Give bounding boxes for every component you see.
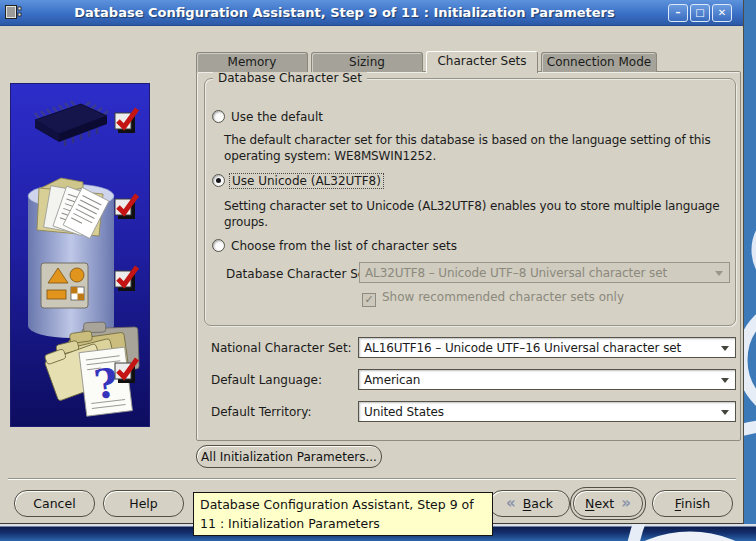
radio-use-default-label[interactable]: Use the default bbox=[231, 110, 323, 124]
window-title: Database Configuration Assistant, Step 9… bbox=[23, 5, 666, 20]
window-menu-icon[interactable] bbox=[3, 4, 23, 22]
show-recommended-label: Show recommended character sets only bbox=[382, 290, 624, 304]
tab-memory[interactable]: Memory bbox=[196, 52, 308, 72]
shapes-icon bbox=[41, 263, 88, 308]
dropdown-arrow-icon bbox=[721, 410, 729, 415]
default-territory-dropdown[interactable]: United States bbox=[358, 401, 736, 422]
checkmark-icon bbox=[115, 267, 137, 291]
back-button[interactable]: « Back bbox=[489, 490, 570, 517]
close-button[interactable]: ✕ bbox=[712, 4, 732, 22]
radio-use-default[interactable]: Use the default bbox=[212, 110, 323, 124]
db-charset-label: Database Character Set: bbox=[226, 267, 374, 281]
checkmark-icon bbox=[115, 195, 137, 219]
default-language-label: Default Language: bbox=[211, 373, 322, 387]
dbca-window: Database Configuration Assistant, Step 9… bbox=[0, 0, 744, 524]
database-character-set-group: Database Character Set Use the default T… bbox=[204, 78, 736, 326]
back-chevron-icon: « bbox=[506, 496, 516, 511]
tooltip: Database Configuration Assistant, Step 9… bbox=[193, 492, 493, 536]
db-charset-value: AL32UTF8 – Unicode UTF–8 Universal chara… bbox=[365, 266, 667, 280]
db-charset-dropdown: AL32UTF8 – Unicode UTF–8 Universal chara… bbox=[359, 262, 730, 283]
radio-icon-selected[interactable] bbox=[212, 174, 225, 187]
group-title: Database Character Set bbox=[213, 71, 367, 85]
default-territory-label: Default Territory: bbox=[211, 405, 312, 419]
use-unicode-description: Setting character set to Unicode (AL32UT… bbox=[224, 198, 720, 230]
character-sets-panel: Database Character Set Use the default T… bbox=[196, 71, 741, 441]
radio-use-unicode[interactable]: Use Unicode (AL32UTF8) bbox=[212, 174, 384, 188]
maximize-button[interactable]: □ bbox=[690, 4, 710, 22]
minimize-button[interactable]: – bbox=[668, 4, 688, 22]
titlebar: Database Configuration Assistant, Step 9… bbox=[0, 0, 743, 26]
next-button[interactable]: Next » bbox=[573, 490, 643, 517]
tab-sizing[interactable]: Sizing bbox=[311, 52, 423, 72]
use-default-description: The default character set for this datab… bbox=[224, 132, 711, 164]
tooltip-line1: Database Configuration Assistant, Step 9… bbox=[200, 495, 486, 514]
radio-choose-list-label[interactable]: Choose from the list of character sets bbox=[231, 239, 457, 253]
national-charset-label: National Character Set: bbox=[211, 341, 352, 355]
radio-use-unicode-label[interactable]: Use Unicode (AL32UTF8) bbox=[229, 173, 384, 189]
default-language-dropdown[interactable]: American bbox=[358, 369, 736, 390]
national-charset-value: AL16UTF16 – Unicode UTF–16 Universal cha… bbox=[364, 341, 681, 355]
checkbox-check-icon: ✓ bbox=[364, 293, 373, 306]
window-controls: – □ ✕ bbox=[666, 4, 732, 22]
tooltip-line2: 11 : Initialization Parameters bbox=[200, 514, 486, 533]
national-charset-dropdown[interactable]: AL16UTF16 – Unicode UTF–16 Universal cha… bbox=[358, 337, 736, 358]
all-initialization-parameters-button[interactable]: All Initialization Parameters... bbox=[196, 445, 382, 468]
cancel-button[interactable]: Cancel bbox=[14, 490, 95, 517]
radio-choose-list[interactable]: Choose from the list of character sets bbox=[212, 239, 457, 253]
finish-button[interactable]: Finish bbox=[652, 490, 733, 517]
tab-connection-mode[interactable]: Connection Mode bbox=[541, 52, 657, 72]
dropdown-arrow-icon bbox=[721, 378, 729, 383]
footer-separator bbox=[8, 478, 736, 480]
dropdown-arrow-icon bbox=[721, 346, 729, 351]
checkmark-icon bbox=[115, 109, 137, 133]
radio-icon[interactable] bbox=[212, 239, 225, 252]
help-button[interactable]: Help bbox=[103, 490, 184, 517]
dropdown-arrow-icon bbox=[715, 271, 723, 276]
checkbox-icon: ✓ bbox=[362, 293, 376, 307]
default-language-value: American bbox=[364, 373, 420, 387]
next-chevron-icon: » bbox=[621, 496, 631, 511]
sidebar-illustration: ? bbox=[10, 83, 150, 427]
tab-bar: Memory Sizing Character Sets Connection … bbox=[196, 52, 657, 73]
checkmark-icon bbox=[115, 359, 137, 383]
show-recommended-checkbox-row: ✓ Show recommended character sets only bbox=[362, 290, 624, 307]
tab-character-sets[interactable]: Character Sets bbox=[426, 51, 538, 73]
default-territory-value: United States bbox=[364, 405, 444, 419]
radio-icon[interactable] bbox=[212, 110, 225, 123]
